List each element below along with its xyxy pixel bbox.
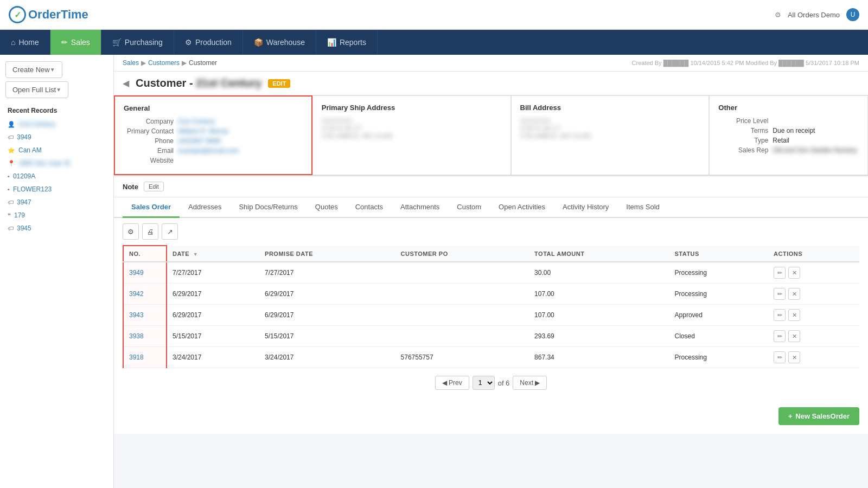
website-value — [178, 157, 303, 164]
recent-item-7-label: 3947 — [17, 198, 31, 206]
tab-sales-order[interactable]: Sales Order — [123, 197, 180, 218]
prev-page-button[interactable]: ◀ Prev — [435, 376, 469, 390]
recent-item-6[interactable]: ▪ FLOWER123 — [0, 183, 113, 196]
terms-row: Terms Due on receipt — [718, 127, 859, 134]
table-row: 3949 7/27/2017 7/27/2017 30.00 Processin… — [123, 262, 859, 284]
recent-item-3[interactable]: ⭐ Can AM — [0, 144, 113, 157]
delete-btn-3949[interactable]: ✕ — [788, 267, 800, 279]
next-page-button[interactable]: Next ▶ — [513, 376, 547, 390]
recent-item-9-label: 3945 — [17, 224, 31, 232]
primary-contact-row: Primary Contact William R. Messa — [124, 127, 303, 135]
order-link-3943[interactable]: 3943 — [129, 311, 144, 319]
create-new-button[interactable]: Create New ▼ — [5, 61, 62, 78]
tabs-bar: Sales Order Addresses Ship Docs/Returns … — [114, 197, 868, 218]
tab-activity-history[interactable]: Activity History — [554, 197, 617, 218]
tab-ship-docs[interactable]: Ship Docs/Returns — [230, 197, 306, 218]
nav-sales-label: Sales — [71, 38, 90, 47]
collapse-button[interactable]: ◀ — [123, 78, 129, 88]
nav-reports-label: Reports — [340, 38, 366, 47]
sidebar: Create New ▼ Open Full List ▼ Recent Rec… — [0, 55, 114, 488]
edit-btn-3943[interactable]: ✏ — [774, 309, 786, 321]
table-export-button[interactable]: ↗ — [162, 223, 178, 240]
new-sales-order-button[interactable]: + New SalesOrder — [778, 407, 859, 425]
edit-btn-3942[interactable]: ✏ — [774, 288, 786, 300]
location-icon: 📍 — [8, 160, 15, 167]
row-po-3949 — [395, 262, 529, 284]
row-amount-3918: 867.34 — [529, 347, 669, 368]
row-actions-3949: ✏ ✕ — [768, 262, 859, 284]
nav-home[interactable]: ⌂ Home — [0, 30, 50, 55]
col-header-date[interactable]: DATE ▼ — [167, 246, 259, 262]
table-settings-button[interactable]: ⚙ — [123, 223, 139, 240]
edit-btn-3918[interactable]: ✏ — [774, 351, 786, 363]
row-promise-3918: 3/24/2017 — [259, 347, 395, 368]
recent-item-4[interactable]: 📍 1800 San Juan St — [0, 157, 113, 170]
row-no-3942: 3942 — [123, 284, 167, 305]
order-link-3918[interactable]: 3918 — [129, 354, 144, 361]
edit-badge[interactable]: EDIT — [268, 79, 290, 88]
sales-rep-label: Sales Rep — [718, 146, 773, 154]
general-card-title: General — [124, 104, 303, 112]
tab-quotes[interactable]: Quotes — [307, 197, 347, 218]
recent-item-7[interactable]: 🏷 3947 — [0, 196, 113, 209]
delete-btn-3942[interactable]: ✕ — [788, 288, 800, 300]
ship-line1: XXXXXXX — [322, 117, 502, 125]
breadcrumb-sales[interactable]: Sales — [123, 59, 139, 67]
settings-icon[interactable]: ⚙ — [775, 11, 781, 19]
recent-item-5[interactable]: ▪ 01209A — [0, 170, 113, 183]
page-title: Customer - 21st Century — [136, 77, 261, 89]
user-avatar[interactable]: U — [846, 8, 859, 21]
logo[interactable]: ✓ OrderTime — [9, 6, 88, 23]
row-amount-3942: 107.00 — [529, 284, 669, 305]
order-link-3942[interactable]: 3942 — [129, 290, 144, 298]
nav-purchasing[interactable]: 🛒 Purchasing — [101, 30, 174, 55]
breadcrumb-customers[interactable]: Customers — [148, 59, 180, 67]
nav-warehouse[interactable]: 📦 Warehouse — [243, 30, 316, 55]
col-header-customer-po: CUSTOMER PO — [395, 246, 529, 262]
recent-item-9[interactable]: 🏷 3945 — [0, 222, 113, 235]
table-section: ⚙ 🖨 ↗ NO. DATE ▼ PROMISE DATE CUSTOMER P… — [114, 218, 868, 403]
edit-btn-3949[interactable]: ✏ — [774, 267, 786, 279]
row-status-3942: Processing — [669, 284, 769, 305]
breadcrumb: Sales ▶ Customers ▶ Customer — [123, 59, 217, 67]
recent-item-2[interactable]: 🏷 3949 — [0, 131, 113, 144]
open-full-list-button[interactable]: Open Full List ▼ — [5, 81, 68, 98]
delete-btn-3943[interactable]: ✕ — [788, 309, 800, 321]
tab-attachments[interactable]: Attachments — [392, 197, 448, 218]
recent-item-1[interactable]: 👤 21st Century — [0, 118, 113, 131]
nav-warehouse-label: Warehouse — [266, 38, 305, 47]
edit-btn-3938[interactable]: ✏ — [774, 330, 786, 342]
nav-sales[interactable]: ✏ Sales — [50, 30, 101, 55]
tab-custom[interactable]: Custom — [448, 197, 490, 218]
page-select[interactable]: 1 2 3 4 5 6 — [473, 376, 495, 390]
website-label: Website — [124, 157, 178, 164]
recent-item-8[interactable]: ❝ 179 — [0, 209, 113, 222]
primary-contact-value: William R. Messa — [178, 127, 303, 135]
sales-rep-value: Old and Son Garden Nursery — [773, 146, 859, 154]
nav-production[interactable]: ⚙ Production — [174, 30, 243, 55]
row-actions-3918: ✏ ✕ — [768, 347, 859, 368]
note-edit-button[interactable]: Edit — [144, 182, 164, 191]
tab-open-activities[interactable]: Open Activities — [490, 197, 554, 218]
row-no-3949: 3949 — [123, 262, 167, 284]
order-link-3938[interactable]: 3938 — [129, 332, 144, 340]
user-name-label: All Orders Demo — [788, 11, 840, 19]
table-print-button[interactable]: 🖨 — [142, 223, 158, 240]
row-date-3918: 3/24/2017 — [167, 347, 259, 368]
row-date-3943: 6/29/2017 — [167, 305, 259, 326]
delete-btn-3918[interactable]: ✕ — [788, 351, 800, 363]
email-row: Email example@email.com — [124, 147, 303, 155]
plus-icon: + — [788, 412, 793, 420]
tab-addresses[interactable]: Addresses — [180, 197, 230, 218]
ship-line3: COLUMBUS, MO 21440 — [322, 132, 502, 140]
tab-items-sold[interactable]: Items Sold — [617, 197, 668, 218]
nav-production-label: Production — [195, 38, 232, 47]
create-new-caret: ▼ — [50, 67, 55, 73]
order-link-3949[interactable]: 3949 — [129, 269, 144, 277]
delete-btn-3938[interactable]: ✕ — [788, 330, 800, 342]
row-actions-3942: ✏ ✕ — [768, 284, 859, 305]
company-row: Company 21st Century — [124, 118, 303, 125]
nav-reports[interactable]: 📊 Reports — [316, 30, 378, 55]
nav-bar: ⌂ Home ✏ Sales 🛒 Purchasing ⚙ Production… — [0, 30, 868, 55]
tab-contacts[interactable]: Contacts — [347, 197, 392, 218]
